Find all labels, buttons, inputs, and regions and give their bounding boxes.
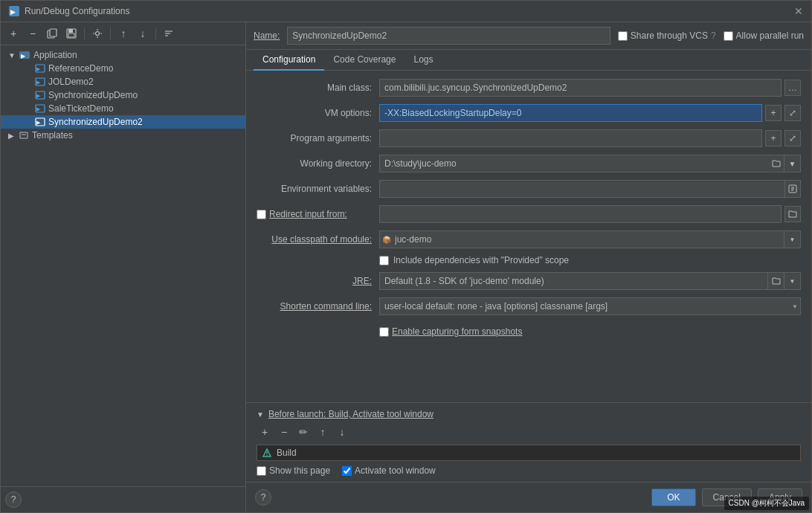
close-button[interactable]: ✕ — [793, 6, 804, 16]
allow-parallel-checkbox[interactable] — [724, 31, 733, 41]
share-vcs-checkbox[interactable] — [618, 31, 628, 41]
tab-code-coverage[interactable]: Code Coverage — [324, 50, 405, 71]
settings-button[interactable] — [89, 25, 106, 42]
jre-dropdown-button[interactable]: ▼ — [784, 272, 801, 290]
shorten-cmd-select[interactable]: user-local default: none - java [options… — [379, 297, 801, 315]
working-dir-value: ▼ — [379, 155, 801, 172]
tabs-bar: Configuration Code Coverage Logs — [246, 50, 811, 71]
main-class-browse-button[interactable]: … — [784, 80, 801, 96]
templates-arrow: ▶ — [8, 132, 19, 140]
show-page-checkbox[interactable] — [257, 466, 266, 476]
application-arrow: ▼ — [8, 51, 19, 59]
vm-options-add-button[interactable]: + — [765, 105, 782, 121]
help-button[interactable]: ? — [5, 491, 22, 508]
tree-item-jol-demo2[interactable]: ▶ JOLDemo2 — [1, 75, 245, 88]
env-vars-input[interactable] — [379, 180, 784, 198]
svg-point-30 — [266, 455, 267, 456]
tab-logs[interactable]: Logs — [405, 50, 442, 71]
item-label-2: SynchronizedUpDemo — [48, 90, 138, 100]
tree-item-reference-demo[interactable]: ▶ ReferenceDemo — [1, 62, 245, 75]
program-args-expand-button[interactable]: ⤢ — [784, 130, 801, 146]
working-dir-group: ▼ — [379, 155, 801, 172]
before-launch-up-button[interactable]: ↑ — [315, 424, 331, 440]
vm-options-input[interactable] — [379, 104, 762, 122]
build-icon — [262, 448, 272, 458]
activate-tool-checkbox[interactable] — [342, 466, 352, 476]
working-dir-label: Working directory: — [257, 158, 379, 169]
tree-templates-group[interactable]: ▶ Templates — [1, 129, 245, 142]
redirect-checkbox[interactable] — [257, 210, 266, 219]
svg-text:▶: ▶ — [36, 80, 41, 85]
ok-button[interactable]: OK — [651, 488, 695, 506]
application-group-label: Application — [33, 50, 77, 60]
activate-tool-label: Activate tool window — [355, 465, 436, 476]
name-input[interactable] — [287, 27, 610, 45]
allow-parallel-label: Allow parallel run — [736, 30, 804, 41]
env-vars-label: Environment variables: — [257, 184, 379, 194]
classpath-module-row: Use classpath of module: 📦 juc-demo ▼ — [257, 230, 801, 249]
move-up-button[interactable]: ↑ — [115, 25, 132, 42]
program-args-input[interactable] — [379, 129, 762, 147]
share-vcs-help-icon[interactable]: ? — [711, 30, 716, 41]
enable-snapshots-checkbox[interactable] — [379, 327, 389, 337]
redirect-row: Redirect input from: — [257, 204, 801, 224]
classpath-module-label: Use classpath of module: — [257, 234, 379, 245]
item-label-4: SynchronizedUpDemo2 — [48, 117, 143, 127]
footer-help-button[interactable]: ? — [255, 489, 271, 506]
add-config-button[interactable]: + — [5, 25, 22, 42]
vm-options-expand-button[interactable]: ⤢ — [784, 105, 801, 121]
tree-item-synchronized-up-demo2[interactable]: ▶ SynchronizedUpDemo2 — [1, 115, 245, 129]
program-args-add-button[interactable]: + — [765, 130, 782, 146]
env-vars-value — [379, 180, 801, 198]
build-list-item: Build — [257, 445, 800, 460]
sort-button[interactable] — [161, 25, 177, 42]
toolbar-separator-1 — [84, 28, 85, 39]
svg-text:▶: ▶ — [21, 53, 26, 59]
jre-browse-button[interactable] — [768, 272, 784, 290]
module-select-group: 📦 juc-demo ▼ — [379, 230, 801, 248]
tab-configuration[interactable]: Configuration — [254, 50, 324, 71]
before-launch-add-button[interactable]: + — [257, 424, 273, 440]
before-launch-remove-button[interactable]: − — [276, 424, 292, 440]
tree-item-sale-ticket-demo[interactable]: ▶ SaleTicketDemo — [1, 102, 245, 115]
main-content: + − ↑ ↓ — [1, 22, 811, 512]
move-down-button[interactable]: ↓ — [135, 25, 151, 42]
share-vcs-label: Share through VCS — [631, 30, 708, 41]
enable-snapshots-row: Enable capturing form snapshots — [257, 322, 801, 341]
svg-point-7 — [96, 32, 100, 36]
redirect-browse-button[interactable] — [784, 206, 801, 222]
env-row — [379, 180, 801, 198]
module-dropdown-button[interactable]: ▼ — [784, 230, 801, 248]
env-browse-button[interactable] — [784, 180, 801, 198]
working-dir-input[interactable] — [379, 155, 768, 172]
jre-select[interactable]: Default (1.8 - SDK of 'juc-demo' module) — [379, 272, 768, 290]
title-bar-left: ▶ Run/Debug Configurations — [8, 5, 129, 17]
redirect-input[interactable] — [379, 205, 782, 223]
working-dir-dropdown-button[interactable]: ▼ — [784, 155, 801, 172]
vm-options-row: VM options: + ⤢ — [257, 103, 801, 123]
main-class-input[interactable] — [379, 79, 782, 97]
config-item-icon: ▶ — [35, 91, 45, 100]
copy-config-button[interactable] — [44, 25, 60, 42]
module-select[interactable]: juc-demo — [379, 230, 784, 248]
program-args-row: Program arguments: + ⤢ — [257, 129, 801, 148]
include-deps-checkbox[interactable] — [379, 256, 389, 265]
redirect-label: Redirect input from: — [257, 209, 379, 219]
before-launch-list: Build — [257, 445, 801, 461]
save-config-button[interactable] — [63, 25, 80, 42]
item-label-0: ReferenceDemo — [48, 63, 113, 74]
share-vcs-group: Share through VCS ? — [618, 30, 716, 41]
jre-select-group: Default (1.8 - SDK of 'juc-demo' module)… — [379, 272, 801, 290]
watermark: CSDN @柯柯不会Java — [724, 497, 809, 510]
working-dir-browse-button[interactable] — [768, 155, 784, 172]
config-tree: ▼ ▶ Application ▶ ReferenceDemo — [1, 45, 245, 486]
main-class-label: Main class: — [257, 83, 379, 93]
before-launch-down-button[interactable]: ↓ — [334, 424, 350, 440]
before-launch-edit-button[interactable]: ✏ — [295, 424, 312, 440]
tree-application-group[interactable]: ▼ ▶ Application — [1, 48, 245, 62]
before-launch-collapse[interactable]: ▼ — [257, 410, 264, 419]
svg-rect-5 — [68, 29, 73, 33]
tree-item-synchronized-up-demo[interactable]: ▶ SynchronizedUpDemo — [1, 88, 245, 102]
config-item-icon: ▶ — [35, 77, 45, 86]
remove-config-button[interactable]: − — [25, 25, 41, 42]
